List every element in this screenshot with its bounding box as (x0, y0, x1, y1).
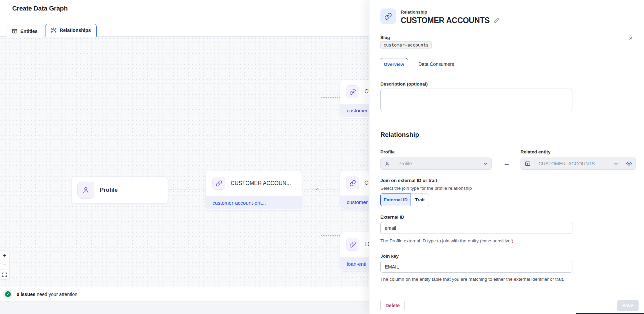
fullscreen-button[interactable] (0, 270, 9, 279)
tab-relationships-label: Relationships (60, 27, 91, 33)
save-button[interactable]: Save (617, 300, 639, 311)
page-title: Create Data Graph (12, 5, 68, 12)
issues-status-text: 0 issues need your attention (17, 292, 77, 297)
description-textarea[interactable] (380, 89, 572, 111)
table-icon (521, 158, 534, 169)
join-key-help: The column on the entity table that you … (380, 276, 576, 283)
tab-overview[interactable]: Overview (380, 58, 408, 70)
zoom-in-button[interactable]: + (0, 251, 9, 260)
toggle-trait[interactable]: Trait (411, 193, 429, 206)
check-circle-icon: ✓ (3, 290, 12, 299)
node-slug-link[interactable]: customer (340, 108, 368, 113)
graph-network-icon (51, 27, 57, 33)
node-slug-link[interactable]: customer (340, 199, 368, 205)
node-slug-link[interactable]: loan-enti (340, 261, 366, 267)
person-icon (381, 158, 394, 169)
panel-tabs-divider (380, 70, 636, 70)
node-profile[interactable]: Profile (71, 177, 168, 204)
relationship-link-icon (380, 8, 396, 24)
toggle-external-id[interactable]: External ID (380, 193, 411, 206)
panel-type-label: Relationship (401, 10, 427, 15)
person-icon (77, 182, 94, 199)
join-type-label: Join on external ID or trait (380, 178, 437, 183)
link-icon (346, 177, 359, 189)
section-divider (380, 118, 636, 118)
join-key-label: Join key (380, 254, 399, 259)
edge-trunk (321, 97, 321, 235)
profile-select[interactable]: Profile (380, 158, 492, 170)
relationship-section-title: Relationship (380, 131, 419, 138)
external-id-input[interactable] (380, 222, 572, 234)
tab-entities-label: Entities (20, 29, 38, 34)
link-icon (212, 177, 225, 190)
issues-statusbar: ✓ 0 issues need your attention (0, 287, 369, 301)
edit-pencil-icon[interactable] (494, 18, 499, 23)
chevron-down-icon (479, 162, 491, 166)
external-id-help: The Profile external ID type to join wit… (380, 238, 513, 244)
edge-profile-to-customer (168, 189, 205, 189)
link-icon (346, 238, 359, 251)
profile-select-value: Profile (394, 161, 479, 166)
join-key-input[interactable] (380, 261, 572, 273)
table-icon (12, 29, 17, 34)
arrow-right-icon: → (503, 160, 510, 167)
profile-field-label: Profile (380, 149, 395, 154)
canvas-zoom-controls: + − (0, 251, 10, 280)
issues-count: 0 issues (17, 292, 35, 297)
description-label: Description (optional) (380, 81, 428, 87)
node-customer-accounts[interactable]: CUSTOMER ACCOUN... customer-account-ent.… (205, 171, 302, 210)
slug-label: Slug (380, 35, 390, 40)
relationship-detail-panel: × Relationship CUSTOMER ACCOUNTS Slug cu… (369, 0, 644, 314)
tab-relationships[interactable]: Relationships (45, 24, 97, 37)
external-id-label: External ID (380, 215, 404, 220)
zoom-out-button[interactable]: − (0, 260, 9, 270)
bottom-strip (0, 301, 369, 314)
join-type-help: Select the join type for the profile rel… (380, 185, 472, 192)
tab-entities[interactable]: Entities (6, 25, 43, 37)
edge-arrowhead: < (316, 187, 319, 191)
tab-data-consumers[interactable]: Data Consumers (414, 58, 459, 70)
preview-eye-icon[interactable] (622, 158, 636, 169)
delete-button[interactable]: Delete (380, 300, 405, 311)
close-icon[interactable]: × (626, 34, 635, 43)
edge-to-node3 (321, 235, 340, 236)
related-entity-value: CUSTOMER_ACCOUNTS (534, 161, 610, 166)
link-icon (346, 85, 359, 98)
chevron-down-icon (610, 162, 622, 166)
create-data-graph-app: Create Data Graph Entities Relationships (0, 0, 644, 314)
join-type-toggle: External ID Trait (380, 193, 429, 206)
edge-to-node1 (321, 97, 340, 98)
related-entity-select[interactable]: CUSTOMER_ACCOUNTS (520, 158, 636, 170)
panel-title: CUSTOMER ACCOUNTS (401, 16, 490, 25)
slug-value: customer-accounts (380, 41, 432, 49)
node-slug-link[interactable]: customer-account-ent... (206, 200, 266, 206)
related-entity-label: Related entity (520, 149, 551, 154)
node-title: CUSTOMER ACCOUN... (231, 180, 291, 186)
node-profile-label: Profile (100, 187, 118, 193)
